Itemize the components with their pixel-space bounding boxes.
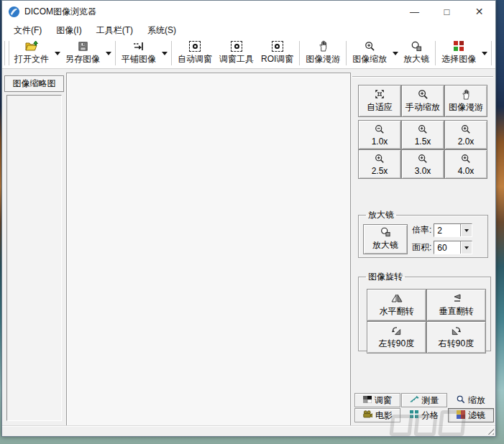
- pan-button[interactable]: 图像漫游: [444, 85, 487, 117]
- chevron-down-icon: [55, 52, 60, 55]
- magnifier-icon: [380, 226, 391, 238]
- dropdown-button[interactable]: [460, 224, 472, 236]
- tile-images-dropdown-arrow[interactable]: [160, 38, 169, 68]
- window-tool-button[interactable]: 调窗工具: [216, 38, 257, 68]
- manual-zoom-button[interactable]: 手动缩放: [401, 85, 444, 117]
- dropdown-button[interactable]: [460, 241, 472, 254]
- zoom-in-icon: [365, 40, 375, 52]
- hand-icon: [318, 40, 329, 52]
- button-label: 自适应: [367, 101, 393, 114]
- measure-icon: [410, 395, 419, 405]
- save-image-button[interactable]: 另存图像: [62, 38, 104, 68]
- zoom-4x-button[interactable]: 4.0x: [444, 149, 487, 179]
- filter-icon: [457, 410, 465, 421]
- titlebar[interactable]: DICOM图像浏览器 — □ ✕: [2, 1, 495, 22]
- tab-zoom[interactable]: 缩放: [448, 393, 494, 407]
- zoom-2x-button[interactable]: 2.0x: [444, 120, 487, 149]
- image-zoom-dropdown-arrow[interactable]: [390, 38, 400, 68]
- window-level-icon: [272, 40, 283, 52]
- zoom-in-icon: [418, 153, 428, 165]
- auto-window-button[interactable]: 自动调窗: [174, 38, 216, 68]
- tab-label: 调窗: [375, 394, 392, 407]
- tab-filter[interactable]: 滤镜: [448, 408, 494, 422]
- window-level-icon: [231, 40, 242, 52]
- tab-image-thumbnails[interactable]: 图像缩略图: [4, 75, 64, 92]
- maximize-button[interactable]: □: [431, 1, 463, 22]
- zoom-button-group: 1.0x 1.5x 2.0x: [358, 120, 488, 179]
- zoom-tab-icon: [457, 395, 465, 406]
- magnifier-button[interactable]: 放大镜: [400, 38, 433, 68]
- toolbar-separator: [491, 41, 492, 65]
- ratio-value: 2: [434, 226, 460, 236]
- toolbar-button-label: ROI调窗: [261, 53, 293, 65]
- close-button[interactable]: ✕: [463, 1, 495, 22]
- zoom-in-icon: [418, 124, 428, 135]
- view-button-group: 自适应 手动缩放 图像漫游: [358, 85, 488, 117]
- hand-icon: [461, 88, 471, 100]
- tab-measure[interactable]: 测量: [401, 393, 447, 407]
- toolbar-button-label: 平铺图像: [122, 53, 156, 65]
- toolbar: 打开文件 另存图像: [2, 38, 496, 69]
- grid-icon: [410, 410, 418, 420]
- app-icon: [8, 6, 20, 18]
- zoom-in-icon: [418, 88, 429, 100]
- tile-images-button[interactable]: 平铺图像: [118, 38, 160, 68]
- toolbar-button-label: 图像缩放: [352, 53, 387, 65]
- toolbar-gripper[interactable]: [9, 41, 10, 65]
- button-label: 垂直翻转: [439, 305, 474, 318]
- flip-vertical-button[interactable]: 垂直翻转: [426, 289, 486, 321]
- app-window: DICOM图像浏览器 — □ ✕ 文件(F) 图像(I) 工具栏(T) 系统(S…: [1, 0, 496, 437]
- menu-toolbar[interactable]: 工具栏(T): [89, 23, 140, 38]
- open-file-dropdown-arrow[interactable]: [52, 38, 62, 68]
- tab-window-level[interactable]: 调窗: [354, 393, 400, 407]
- save-image-dropdown-arrow[interactable]: [104, 38, 113, 68]
- ratio-select[interactable]: 2: [434, 223, 472, 237]
- flip-horizontal-button[interactable]: 水平翻转: [367, 289, 426, 321]
- open-file-button[interactable]: 打开文件: [11, 38, 52, 68]
- image-pan-button[interactable]: 图像漫游: [302, 38, 344, 68]
- image-zoom-button[interactable]: 图像缩放: [349, 38, 390, 68]
- rotation-group: 图像旋转 水平翻转 垂直翻转: [358, 271, 491, 351]
- cine-icon: [362, 410, 372, 420]
- reset-image-button-clipped[interactable]: 重: [494, 38, 496, 68]
- toolbar-button-label: 图像漫游: [306, 53, 340, 65]
- button-label: 水平翻转: [380, 305, 414, 318]
- fit-button[interactable]: 自适应: [358, 85, 401, 117]
- roi-window-button[interactable]: ROI调窗: [257, 38, 297, 68]
- button-label: 2.0x: [458, 137, 475, 147]
- toolbar-button-label: 另存图像: [65, 53, 100, 65]
- magnifier-group: 放大镜 放大镜 倍率: 2: [358, 209, 488, 258]
- toolbar-gripper[interactable]: [4, 41, 6, 65]
- magnifier-tool-button[interactable]: 放大镜: [363, 224, 408, 254]
- save-disk-icon: [78, 40, 88, 52]
- button-label: 1.0x: [372, 137, 388, 147]
- menu-file[interactable]: 文件(F): [6, 23, 49, 38]
- area-select[interactable]: 60: [434, 241, 472, 254]
- rotate-left-90-button[interactable]: 左转90度: [367, 321, 426, 353]
- ratio-label: 倍率:: [412, 224, 431, 236]
- image-canvas: [66, 73, 351, 426]
- menu-system[interactable]: 系统(S): [140, 23, 183, 38]
- zoom-1x-button[interactable]: 1.0x: [358, 120, 401, 149]
- zoom-in-icon: [461, 124, 471, 135]
- chevron-down-icon: [393, 52, 398, 55]
- select-image-button[interactable]: 选择图像: [438, 38, 480, 68]
- rotate-left-icon: [391, 325, 402, 336]
- chevron-down-icon: [482, 52, 487, 55]
- tab-grid[interactable]: 分格: [401, 408, 447, 422]
- tab-label: 缩放: [468, 394, 485, 407]
- zoom-3x-button[interactable]: 3.0x: [401, 149, 444, 179]
- toolbar-button-label: 选择图像: [441, 53, 476, 65]
- select-image-icon: [454, 40, 464, 52]
- zoom-1-5x-button[interactable]: 1.5x: [401, 120, 444, 149]
- zoom-2-5x-button[interactable]: 2.5x: [358, 149, 401, 179]
- magnifier-icon: [411, 40, 422, 52]
- tab-cine[interactable]: 电影: [354, 408, 400, 422]
- minimize-button[interactable]: —: [398, 1, 431, 22]
- button-label: 放大镜: [372, 239, 398, 251]
- rotate-right-90-button[interactable]: 右转90度: [426, 321, 486, 353]
- select-image-dropdown-arrow[interactable]: [480, 38, 489, 68]
- tab-label: 图像缩略图: [13, 78, 56, 90]
- tile-images-icon: [132, 40, 145, 52]
- menu-image[interactable]: 图像(I): [49, 23, 88, 38]
